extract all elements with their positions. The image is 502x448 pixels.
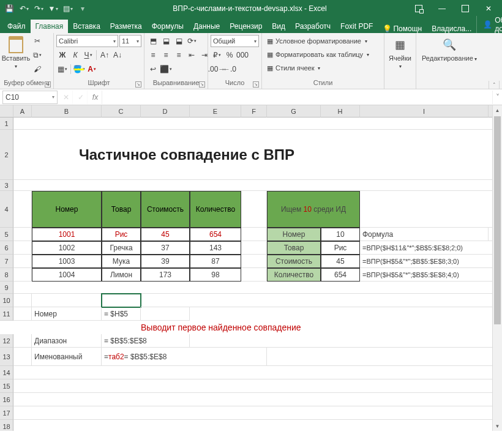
cell[interactable]: 39 — [141, 255, 190, 268]
filter-icon[interactable]: ▼ — [48, 3, 59, 14]
cell[interactable] — [141, 294, 502, 307]
copy-icon[interactable]: ⧉ — [31, 49, 43, 61]
cell[interactable]: Лимон — [102, 268, 141, 282]
cell[interactable]: Товар — [267, 241, 321, 255]
cell[interactable] — [13, 118, 502, 130]
cell[interactable]: Стоимость — [141, 191, 190, 228]
editing-button[interactable]: 🔍Редактирование — [419, 35, 480, 63]
cell[interactable] — [241, 228, 267, 241]
row-header[interactable]: 3 — [0, 180, 13, 191]
cell[interactable] — [13, 228, 32, 241]
dialog-launcher-icon[interactable]: ↘ — [45, 81, 51, 88]
dialog-launcher-icon[interactable]: ↘ — [253, 81, 259, 88]
row-header[interactable]: 5 — [0, 228, 13, 241]
borders-icon[interactable]: ▦ — [56, 63, 69, 75]
row-header[interactable]: 18 — [0, 420, 13, 431]
percent-format-icon[interactable]: % — [223, 49, 236, 61]
cell[interactable]: =ВПР($H$5&"*";$B$5:$E$8;3;0) — [360, 255, 502, 268]
cell[interactable]: 1003 — [32, 255, 102, 268]
col-header[interactable]: H — [321, 105, 360, 118]
font-name-select[interactable]: Calibri▾ — [56, 35, 118, 47]
cell[interactable] — [13, 282, 502, 294]
cell[interactable] — [13, 393, 502, 406]
cell[interactable]: Рис — [321, 241, 360, 255]
cell[interactable]: Ищем 10 среди ИД — [267, 191, 360, 228]
cell[interactable] — [13, 294, 32, 307]
dialog-launcher-icon[interactable]: ↘ — [199, 81, 205, 88]
cell[interactable]: =ВПР($H$11&"*";$B$5:$E$8;2;0) — [360, 241, 502, 255]
cell[interactable] — [360, 130, 502, 180]
save-icon[interactable]: 💾 — [4, 3, 15, 14]
cell[interactable] — [13, 348, 32, 366]
format-as-table-button[interactable]: ▦Форматировать как таблицу — [264, 48, 372, 61]
cell[interactable]: 1004 — [32, 268, 102, 282]
cell[interactable] — [13, 241, 32, 255]
cell[interactable]: 1002 — [32, 241, 102, 255]
number-format-select[interactable]: Общий▾ — [211, 35, 259, 47]
row-header[interactable]: 7 — [0, 255, 13, 268]
row-header[interactable]: 4 — [0, 191, 13, 228]
accounting-format-icon[interactable]: ₽ — [211, 49, 223, 61]
enter-formula-icon[interactable]: ✓ — [74, 91, 88, 104]
row-header[interactable]: 1 — [0, 118, 13, 130]
cell[interactable]: Формула — [360, 228, 489, 241]
cell[interactable] — [32, 294, 102, 307]
cell[interactable] — [241, 268, 267, 282]
cell[interactable]: Выводит первое найденное совпадение — [141, 321, 502, 334]
align-bottom-icon[interactable]: ⬓ — [173, 35, 185, 47]
cell[interactable] — [241, 191, 267, 228]
expand-formula-bar-icon[interactable]: ˅ — [492, 91, 502, 104]
row-header[interactable]: 2 — [0, 130, 13, 180]
fx-icon[interactable]: fx — [89, 91, 102, 104]
tell-me[interactable]: 💡Помощн — [378, 24, 427, 33]
row-header[interactable]: 17 — [0, 406, 13, 420]
cell[interactable]: = $H$5 — [102, 307, 141, 321]
col-header[interactable]: G — [267, 105, 321, 118]
cell[interactable]: 654 — [321, 268, 360, 282]
cell[interactable]: 173 — [141, 268, 190, 282]
cell[interactable]: Именованный — [32, 348, 102, 366]
cell[interactable] — [241, 255, 267, 268]
align-center-icon[interactable]: ≡ — [160, 49, 172, 61]
cell[interactable]: 98 — [190, 268, 241, 282]
cell[interactable]: 37 — [141, 241, 190, 255]
cells-button[interactable]: ▦Ячейки — [387, 35, 413, 70]
cell[interactable]: 143 — [190, 241, 241, 255]
cell[interactable]: Стоимость — [267, 255, 321, 268]
cell-title[interactable]: Частичное совпадение с ВПР — [13, 130, 360, 180]
font-size-select[interactable]: 11▾ — [119, 35, 141, 47]
close-button[interactable]: ✕ — [478, 0, 500, 17]
cell[interactable]: Количество — [190, 191, 241, 228]
cell[interactable]: Товар — [102, 191, 141, 228]
bold-button[interactable]: Ж — [56, 49, 69, 61]
align-left-icon[interactable]: ≡ — [147, 49, 159, 61]
tab-developer[interactable]: Разработч — [290, 20, 335, 33]
cell[interactable]: = таб2 = $B$5:$E$8 — [102, 348, 267, 366]
spreadsheet-grid[interactable]: A B C D E F G H I J K L 1 2 Частичное со… — [0, 105, 502, 431]
col-header[interactable]: E — [190, 105, 241, 118]
cell[interactable]: 654 — [190, 228, 241, 241]
cell[interactable] — [13, 420, 502, 431]
underline-button[interactable]: Ч — [82, 49, 94, 61]
cell[interactable]: = $B$5:$E$8 — [102, 334, 190, 348]
row-header[interactable]: 16 — [0, 393, 13, 406]
ribbon-display-icon[interactable] — [408, 0, 430, 17]
tab-file[interactable]: Файл — [2, 20, 31, 33]
cell[interactable] — [241, 241, 267, 255]
cell[interactable]: Номер — [267, 228, 321, 241]
scroll-thumb[interactable] — [494, 116, 501, 324]
cell[interactable]: Количество — [267, 268, 321, 282]
align-right-icon[interactable]: ≡ — [173, 49, 185, 61]
cell[interactable]: Гречка — [102, 241, 141, 255]
cell[interactable] — [267, 348, 502, 366]
col-header[interactable]: F — [241, 105, 267, 118]
decrease-decimal-icon[interactable]: ←.0 — [223, 63, 236, 75]
cell[interactable]: Номер — [32, 307, 102, 321]
wrap-text-icon[interactable]: ↩ — [147, 63, 159, 75]
cell[interactable]: Номер — [32, 191, 102, 228]
cell[interactable] — [13, 180, 502, 191]
undo-icon[interactable]: ↶ — [18, 3, 29, 14]
cell[interactable] — [190, 334, 502, 348]
col-header[interactable]: C — [102, 105, 141, 118]
form-icon[interactable]: ▤ — [62, 3, 73, 14]
